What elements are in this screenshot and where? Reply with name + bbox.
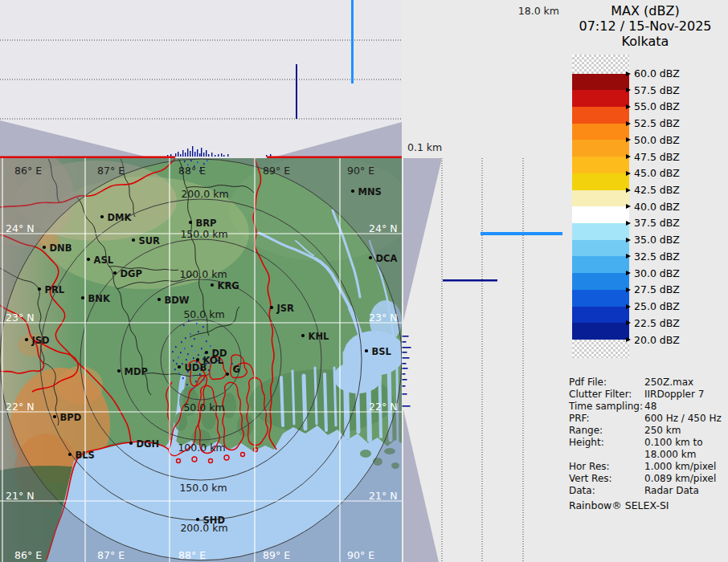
lon-label-top: 88° E (178, 165, 206, 177)
echo-spike (215, 155, 215, 157)
legend-color-block (572, 290, 629, 307)
echo-spike (199, 153, 200, 157)
metadata-row: Time sampling:48 (569, 401, 726, 413)
city-dot (87, 258, 90, 261)
echo-pixel (184, 348, 186, 349)
echo-dash (403, 393, 407, 395)
legend-tick-label: 50.0 dBZ (634, 134, 680, 146)
city-dot (38, 287, 41, 291)
echo-pixel (202, 336, 203, 337)
echo-pixel (203, 379, 205, 381)
metadata-label: Clutter Filter: (569, 389, 644, 401)
legend-tick: 35.0 dBZ (626, 234, 680, 245)
city-label: JSR (276, 303, 295, 314)
legend-tick: 30.0 dBZ (626, 268, 680, 279)
lon-label-bottom: 88° E (178, 549, 206, 561)
tick-arrow-icon (626, 204, 631, 209)
radar-map: 200.0 km150.0 km100.0 km50.0 km50.0 km10… (0, 158, 402, 562)
city-dot (132, 238, 135, 242)
echo-dash (403, 352, 407, 353)
legend-tick-label: 30.0 dBZ (634, 267, 680, 279)
echo-dash (403, 373, 406, 375)
echo-pixel (184, 161, 186, 162)
echo-dash (403, 385, 406, 387)
right-panel-height-gridlines (442, 158, 523, 562)
legend-tick: 32.5 dBZ (626, 251, 680, 262)
city-label: BLS (76, 450, 95, 461)
right-panel-echo-dashes (403, 336, 411, 407)
legend-color-block (572, 273, 629, 290)
metadata-value: 18.000 km (644, 449, 696, 461)
legend-color-block (572, 90, 629, 107)
legend-tick: 22.5 dBZ (626, 318, 680, 328)
echo-pixel (174, 369, 176, 370)
legend-checker-bottom (572, 340, 629, 358)
software-credit: Rainbow® SELEX-SI (569, 499, 726, 512)
echo-dash (403, 341, 407, 343)
echo-spike (201, 148, 202, 157)
lon-label-bottom: 89° E (263, 549, 290, 561)
legend-tick: 60.0 dBZ (626, 68, 680, 79)
echo-spike (221, 153, 222, 157)
tick-arrow-icon (626, 271, 631, 275)
metadata-row: Range:250 km (569, 425, 726, 437)
echo-spike (227, 154, 228, 157)
echo-pixel (206, 340, 207, 342)
ring-label: 100.0 km (179, 268, 227, 280)
legend-color-block (572, 124, 629, 140)
lat-label-right: 21° N (369, 490, 397, 502)
metadata-label: Vert Res: (569, 473, 644, 485)
echo-spike (197, 149, 198, 157)
legend-tick: 52.5 dBZ (626, 118, 680, 128)
echo-pixel (210, 345, 211, 347)
legend-tick-label: 37.5 dBZ (634, 217, 680, 229)
city-label: MNS (358, 186, 382, 198)
echo-pixel (178, 356, 179, 358)
legend-color-block (572, 256, 629, 273)
metadata-value: 1.000 km/pixel (644, 461, 716, 473)
city-dot (117, 369, 121, 373)
tick-arrow-icon (626, 337, 631, 342)
echo-pixel (190, 333, 191, 335)
right-panel-echo-bars (443, 232, 562, 282)
city-dot (100, 215, 104, 218)
city-dot (196, 518, 199, 521)
echo-dash (403, 363, 407, 364)
echo-pixel (186, 384, 188, 385)
echo-spike (203, 153, 204, 157)
ring-label: 100.0 km (178, 442, 225, 454)
echo-dash (403, 347, 411, 348)
echo-spike (206, 150, 207, 157)
metadata-label: Data: (569, 485, 644, 497)
legend-color-block (572, 323, 629, 340)
legend-tick-label: 20.0 dBZ (634, 334, 680, 346)
echo-pixel (193, 357, 194, 359)
legend-tick-label: 55.0 dBZ (634, 100, 680, 112)
legend-color-block (572, 206, 629, 223)
echo-spike (187, 149, 188, 157)
metadata-label (569, 449, 644, 461)
lat-label-right: 24° N (369, 222, 397, 234)
metadata-value: 0.100 km to (644, 437, 703, 449)
city-dot (226, 373, 229, 376)
echo-dash (403, 405, 411, 407)
legend-color-block (572, 140, 629, 157)
tick-arrow-icon (626, 188, 631, 193)
echo-pixel (198, 331, 199, 332)
city-label: DMK (108, 212, 133, 223)
legend-tick: 47.5 dBZ (626, 152, 680, 162)
legend-tick: 20.0 dBZ (626, 335, 680, 345)
echo-pixel (201, 348, 202, 349)
legend-tick-label: 35.0 dBZ (634, 234, 680, 246)
metadata-row: Data:Radar Data (569, 485, 726, 497)
legend-color-block (572, 173, 629, 190)
metadata-value: 600 Hz / 450 Hz (644, 413, 722, 425)
city-label: KHL (309, 331, 330, 342)
tick-arrow-icon (626, 171, 631, 176)
city-label: DCA (376, 253, 398, 264)
echo-pixel (178, 373, 180, 374)
city-dot (43, 246, 46, 249)
legend-tick-label: 45.0 dBZ (634, 167, 680, 179)
echo-pixel (190, 160, 192, 161)
echo-pixel (176, 363, 178, 364)
